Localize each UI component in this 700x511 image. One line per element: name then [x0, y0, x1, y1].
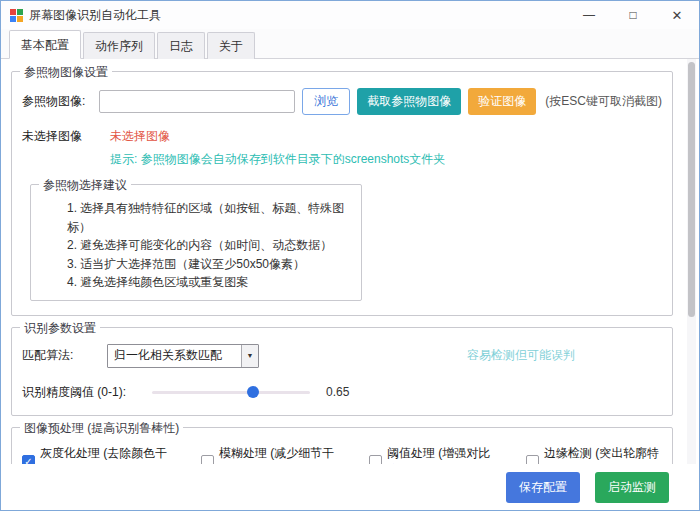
window-controls: — □ ✕: [567, 1, 699, 29]
tab-action-sequence[interactable]: 动作序列: [83, 32, 155, 59]
algorithm-selected-value: 归一化相关系数匹配: [108, 347, 241, 364]
group-recognition-params: 识别参数设置 匹配算法: 归一化相关系数匹配 ▼ 容易检测但可能误判 识别精度阈…: [11, 327, 673, 416]
auto-save-tip: 提示: 参照物图像会自动保存到软件目录下的screenshots文件夹: [110, 151, 662, 168]
group-suggestions-title: 参照物选择建议: [39, 177, 131, 194]
group-reference-settings: 参照物图像设置 参照物图像: 浏览 截取参照物图像 验证图像 (按ESC键可取消…: [11, 71, 673, 316]
reference-image-label: 参照物图像:: [22, 93, 92, 110]
tabbar: 基本配置 动作序列 日志 关于: [1, 29, 699, 59]
checkbox-blur[interactable]: 模糊处理 (减少细节干扰): [201, 445, 337, 464]
window-title: 屏幕图像识别自动化工具: [29, 7, 161, 24]
main-content: 参照物图像设置 参照物图像: 浏览 截取参照物图像 验证图像 (按ESC键可取消…: [1, 59, 699, 464]
suggestion-item: 1. 选择具有独特特征的区域（如按钮、标题、特殊图标）: [67, 199, 351, 236]
algorithm-select[interactable]: 归一化相关系数匹配 ▼: [107, 344, 259, 368]
slider-track: [152, 391, 310, 394]
image-status-label: 未选择图像: [22, 128, 110, 145]
verify-image-button[interactable]: 验证图像: [468, 88, 536, 115]
slider-thumb[interactable]: [247, 386, 259, 398]
close-button[interactable]: ✕: [655, 1, 699, 29]
group-preprocess-title: 图像预处理 (提高识别鲁棒性): [20, 420, 183, 437]
esc-cancel-hint: (按ESC键可取消截图): [545, 93, 662, 110]
algorithm-label: 匹配算法:: [22, 347, 107, 364]
group-recognition-title: 识别参数设置: [20, 320, 100, 337]
threshold-slider[interactable]: [152, 385, 310, 399]
suggestion-item: 3. 适当扩大选择范围（建议至少50x50像素）: [67, 255, 351, 274]
checkbox-label: 灰度化处理 (去除颜色干扰): [40, 445, 169, 464]
threshold-label: 识别精度阈值 (0-1):: [22, 384, 144, 401]
save-config-button[interactable]: 保存配置: [506, 472, 580, 503]
checkbox-label: 模糊处理 (减少细节干扰): [219, 445, 337, 464]
content-scrollbar[interactable]: [687, 59, 696, 464]
threshold-value: 0.65: [326, 385, 349, 399]
tab-log[interactable]: 日志: [157, 32, 205, 59]
checkbox-box: [201, 455, 214, 464]
browse-button[interactable]: 浏览: [302, 88, 350, 115]
capture-reference-button[interactable]: 截取参照物图像: [357, 88, 461, 115]
suggestion-list: 1. 选择具有独特特征的区域（如按钮、标题、特殊图标） 2. 避免选择可能变化的…: [41, 199, 351, 292]
suggestion-item: 2. 避免选择可能变化的内容（如时间、动态数据）: [67, 236, 351, 255]
checkbox-grayscale[interactable]: 灰度化处理 (去除颜色干扰): [22, 445, 169, 464]
titlebar: 屏幕图像识别自动化工具 — □ ✕: [1, 1, 699, 29]
chevron-down-icon[interactable]: ▼: [241, 345, 258, 367]
scrollbar-thumb[interactable]: [688, 62, 695, 317]
suggestion-item: 4. 避免选择纯颜色区域或重复图案: [67, 273, 351, 292]
start-monitor-button[interactable]: 启动监测: [595, 472, 669, 503]
checkbox-box: [22, 455, 35, 464]
group-selection-suggestions: 参照物选择建议 1. 选择具有独特特征的区域（如按钮、标题、特殊图标） 2. 避…: [30, 184, 362, 301]
checkbox-label: 阈值处理 (增强对比度): [387, 445, 494, 464]
maximize-button[interactable]: □: [611, 1, 655, 29]
group-preprocess: 图像预处理 (提高识别鲁棒性) 灰度化处理 (去除颜色干扰) 模糊处理 (减少细…: [11, 427, 673, 464]
app-window: 屏幕图像识别自动化工具 — □ ✕ 基本配置 动作序列 日志 关于 参照物图像设…: [0, 0, 700, 511]
group-reference-title: 参照物图像设置: [20, 64, 112, 81]
app-icon: [10, 9, 23, 22]
checkbox-threshold[interactable]: 阈值处理 (增强对比度): [369, 445, 494, 464]
reference-image-input[interactable]: [99, 90, 295, 113]
algorithm-hint: 容易检测但可能误判: [467, 347, 575, 364]
tab-basic-config[interactable]: 基本配置: [9, 30, 81, 59]
footer-bar: 保存配置 启动监测: [1, 464, 699, 510]
checkbox-box: [369, 455, 382, 464]
minimize-button[interactable]: —: [567, 1, 611, 29]
checkbox-box: [526, 455, 539, 464]
checkbox-edge[interactable]: 边缘检测 (突出轮廓特征): [526, 445, 662, 464]
checkbox-label: 边缘检测 (突出轮廓特征): [544, 445, 662, 464]
tab-about[interactable]: 关于: [207, 32, 255, 59]
image-status-value: 未选择图像: [110, 128, 170, 145]
